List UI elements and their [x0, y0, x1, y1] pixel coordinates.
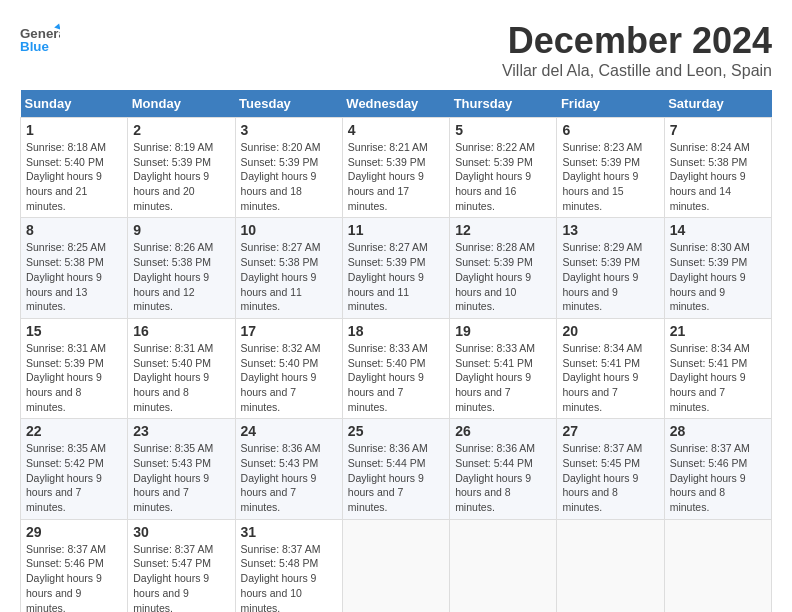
day-number: 4: [348, 122, 444, 138]
day-info: Sunrise: 8:26 AMSunset: 5:38 PMDaylight …: [133, 240, 229, 313]
calendar-cell: 5 Sunrise: 8:22 AMSunset: 5:39 PMDayligh…: [450, 118, 557, 218]
day-info: Sunrise: 8:27 AMSunset: 5:38 PMDaylight …: [241, 240, 337, 313]
calendar-cell: 17 Sunrise: 8:32 AMSunset: 5:40 PMDaylig…: [235, 318, 342, 418]
day-number: 30: [133, 524, 229, 540]
day-number: 26: [455, 423, 551, 439]
calendar-cell: 13 Sunrise: 8:29 AMSunset: 5:39 PMDaylig…: [557, 218, 664, 318]
day-info: Sunrise: 8:21 AMSunset: 5:39 PMDaylight …: [348, 140, 444, 213]
day-number: 31: [241, 524, 337, 540]
day-info: Sunrise: 8:37 AMSunset: 5:46 PMDaylight …: [26, 542, 122, 612]
calendar-cell: 19 Sunrise: 8:33 AMSunset: 5:41 PMDaylig…: [450, 318, 557, 418]
calendar-week-3: 15 Sunrise: 8:31 AMSunset: 5:39 PMDaylig…: [21, 318, 772, 418]
calendar-cell: 18 Sunrise: 8:33 AMSunset: 5:40 PMDaylig…: [342, 318, 449, 418]
day-number: 25: [348, 423, 444, 439]
logo: General Blue: [20, 20, 60, 60]
day-number: 10: [241, 222, 337, 238]
day-number: 20: [562, 323, 658, 339]
calendar-cell: 12 Sunrise: 8:28 AMSunset: 5:39 PMDaylig…: [450, 218, 557, 318]
day-info: Sunrise: 8:29 AMSunset: 5:39 PMDaylight …: [562, 240, 658, 313]
calendar-cell: 27 Sunrise: 8:37 AMSunset: 5:45 PMDaylig…: [557, 419, 664, 519]
calendar-week-1: 1 Sunrise: 8:18 AMSunset: 5:40 PMDayligh…: [21, 118, 772, 218]
day-number: 13: [562, 222, 658, 238]
day-info: Sunrise: 8:36 AMSunset: 5:44 PMDaylight …: [348, 441, 444, 514]
day-info: Sunrise: 8:19 AMSunset: 5:39 PMDaylight …: [133, 140, 229, 213]
day-number: 12: [455, 222, 551, 238]
day-info: Sunrise: 8:33 AMSunset: 5:40 PMDaylight …: [348, 341, 444, 414]
calendar-cell: 2 Sunrise: 8:19 AMSunset: 5:39 PMDayligh…: [128, 118, 235, 218]
day-info: Sunrise: 8:34 AMSunset: 5:41 PMDaylight …: [562, 341, 658, 414]
month-title: December 2024: [502, 20, 772, 62]
calendar-cell: 25 Sunrise: 8:36 AMSunset: 5:44 PMDaylig…: [342, 419, 449, 519]
calendar-cell: 31 Sunrise: 8:37 AMSunset: 5:48 PMDaylig…: [235, 519, 342, 612]
day-info: Sunrise: 8:24 AMSunset: 5:38 PMDaylight …: [670, 140, 766, 213]
day-number: 29: [26, 524, 122, 540]
calendar-cell: [450, 519, 557, 612]
day-info: Sunrise: 8:27 AMSunset: 5:39 PMDaylight …: [348, 240, 444, 313]
calendar-cell: 30 Sunrise: 8:37 AMSunset: 5:47 PMDaylig…: [128, 519, 235, 612]
column-header-tuesday: Tuesday: [235, 90, 342, 118]
day-number: 24: [241, 423, 337, 439]
column-header-sunday: Sunday: [21, 90, 128, 118]
day-info: Sunrise: 8:31 AMSunset: 5:39 PMDaylight …: [26, 341, 122, 414]
day-info: Sunrise: 8:35 AMSunset: 5:42 PMDaylight …: [26, 441, 122, 514]
calendar-cell: 9 Sunrise: 8:26 AMSunset: 5:38 PMDayligh…: [128, 218, 235, 318]
calendar-cell: 11 Sunrise: 8:27 AMSunset: 5:39 PMDaylig…: [342, 218, 449, 318]
calendar-cell: 23 Sunrise: 8:35 AMSunset: 5:43 PMDaylig…: [128, 419, 235, 519]
column-header-thursday: Thursday: [450, 90, 557, 118]
day-number: 1: [26, 122, 122, 138]
page-header: General Blue December 2024 Villar del Al…: [20, 20, 772, 80]
day-number: 27: [562, 423, 658, 439]
day-info: Sunrise: 8:33 AMSunset: 5:41 PMDaylight …: [455, 341, 551, 414]
calendar-cell: 29 Sunrise: 8:37 AMSunset: 5:46 PMDaylig…: [21, 519, 128, 612]
day-number: 15: [26, 323, 122, 339]
calendar-cell: 21 Sunrise: 8:34 AMSunset: 5:41 PMDaylig…: [664, 318, 771, 418]
day-number: 7: [670, 122, 766, 138]
day-info: Sunrise: 8:37 AMSunset: 5:45 PMDaylight …: [562, 441, 658, 514]
calendar-cell: 26 Sunrise: 8:36 AMSunset: 5:44 PMDaylig…: [450, 419, 557, 519]
day-number: 22: [26, 423, 122, 439]
calendar-week-2: 8 Sunrise: 8:25 AMSunset: 5:38 PMDayligh…: [21, 218, 772, 318]
calendar-cell: [342, 519, 449, 612]
calendar-cell: 4 Sunrise: 8:21 AMSunset: 5:39 PMDayligh…: [342, 118, 449, 218]
day-number: 5: [455, 122, 551, 138]
location-title: Villar del Ala, Castille and Leon, Spain: [502, 62, 772, 80]
day-info: Sunrise: 8:36 AMSunset: 5:44 PMDaylight …: [455, 441, 551, 514]
day-number: 17: [241, 323, 337, 339]
day-number: 14: [670, 222, 766, 238]
calendar-cell: 6 Sunrise: 8:23 AMSunset: 5:39 PMDayligh…: [557, 118, 664, 218]
calendar-table: SundayMondayTuesdayWednesdayThursdayFrid…: [20, 90, 772, 612]
calendar-cell: 8 Sunrise: 8:25 AMSunset: 5:38 PMDayligh…: [21, 218, 128, 318]
calendar-cell: [557, 519, 664, 612]
title-section: December 2024 Villar del Ala, Castille a…: [502, 20, 772, 80]
day-info: Sunrise: 8:36 AMSunset: 5:43 PMDaylight …: [241, 441, 337, 514]
day-number: 23: [133, 423, 229, 439]
day-number: 11: [348, 222, 444, 238]
calendar-cell: 3 Sunrise: 8:20 AMSunset: 5:39 PMDayligh…: [235, 118, 342, 218]
day-info: Sunrise: 8:25 AMSunset: 5:38 PMDaylight …: [26, 240, 122, 313]
day-info: Sunrise: 8:34 AMSunset: 5:41 PMDaylight …: [670, 341, 766, 414]
day-number: 6: [562, 122, 658, 138]
calendar-cell: 7 Sunrise: 8:24 AMSunset: 5:38 PMDayligh…: [664, 118, 771, 218]
calendar-cell: 20 Sunrise: 8:34 AMSunset: 5:41 PMDaylig…: [557, 318, 664, 418]
day-info: Sunrise: 8:28 AMSunset: 5:39 PMDaylight …: [455, 240, 551, 313]
svg-text:Blue: Blue: [20, 39, 49, 54]
day-info: Sunrise: 8:32 AMSunset: 5:40 PMDaylight …: [241, 341, 337, 414]
calendar-cell: 14 Sunrise: 8:30 AMSunset: 5:39 PMDaylig…: [664, 218, 771, 318]
calendar-cell: 16 Sunrise: 8:31 AMSunset: 5:40 PMDaylig…: [128, 318, 235, 418]
calendar-week-5: 29 Sunrise: 8:37 AMSunset: 5:46 PMDaylig…: [21, 519, 772, 612]
day-number: 3: [241, 122, 337, 138]
calendar-cell: [664, 519, 771, 612]
day-number: 2: [133, 122, 229, 138]
calendar-week-4: 22 Sunrise: 8:35 AMSunset: 5:42 PMDaylig…: [21, 419, 772, 519]
column-header-friday: Friday: [557, 90, 664, 118]
day-number: 9: [133, 222, 229, 238]
day-info: Sunrise: 8:31 AMSunset: 5:40 PMDaylight …: [133, 341, 229, 414]
day-info: Sunrise: 8:37 AMSunset: 5:47 PMDaylight …: [133, 542, 229, 612]
day-info: Sunrise: 8:30 AMSunset: 5:39 PMDaylight …: [670, 240, 766, 313]
day-info: Sunrise: 8:22 AMSunset: 5:39 PMDaylight …: [455, 140, 551, 213]
calendar-cell: 24 Sunrise: 8:36 AMSunset: 5:43 PMDaylig…: [235, 419, 342, 519]
day-number: 19: [455, 323, 551, 339]
day-info: Sunrise: 8:20 AMSunset: 5:39 PMDaylight …: [241, 140, 337, 213]
column-header-saturday: Saturday: [664, 90, 771, 118]
day-info: Sunrise: 8:35 AMSunset: 5:43 PMDaylight …: [133, 441, 229, 514]
